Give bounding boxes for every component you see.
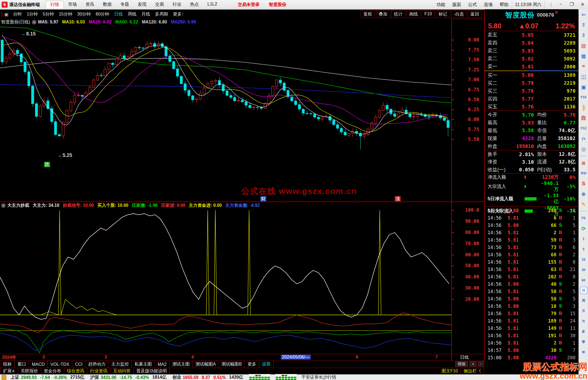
toolbar-button[interactable]: 标记 bbox=[436, 11, 450, 18]
close-button[interactable]: ✕ bbox=[577, 2, 588, 8]
period-tab[interactable]: 周线 bbox=[128, 11, 136, 17]
f12-icon[interactable]: F12 bbox=[580, 124, 587, 132]
indicator-tab[interactable]: 窗口 bbox=[15, 361, 29, 368]
order-book-row[interactable]: 卖四5.842289 bbox=[485, 39, 578, 47]
period-tab[interactable]: 1分钟 bbox=[27, 11, 38, 17]
indicator-tab[interactable]: 设置 bbox=[259, 361, 274, 368]
order-book-row[interactable]: 卖一5.812800 bbox=[485, 63, 578, 71]
period-tab[interactable]: 5分钟 bbox=[43, 11, 54, 17]
order-book-row[interactable]: 买二5.792219 bbox=[485, 79, 578, 87]
toolbar-button[interactable]: F10 bbox=[422, 11, 435, 18]
menu-item[interactable]: 资讯 bbox=[81, 1, 99, 8]
menu-item[interactable]: 市场 bbox=[64, 1, 81, 8]
minimize-button[interactable]: − bbox=[555, 2, 566, 8]
period-week[interactable]: 周 bbox=[580, 297, 587, 304]
restore-button[interactable]: ❐ bbox=[566, 2, 577, 8]
toolbar-button[interactable]: -自选 bbox=[451, 11, 467, 18]
window-layout-icon[interactable]: ▣ bbox=[2, 12, 8, 17]
toolbar-button[interactable]: 叠加 bbox=[376, 11, 390, 18]
period-tab[interactable]: 更多〉 bbox=[173, 11, 186, 17]
back-button[interactable]: 〈 bbox=[544, 2, 555, 8]
indicator-tab[interactable]: 测试幅图B bbox=[219, 361, 245, 368]
multi-page-icon[interactable]: ▣ bbox=[580, 83, 587, 91]
period-5min[interactable]: 5 bbox=[580, 245, 587, 253]
menu-item[interactable]: 选项 bbox=[480, 1, 496, 8]
template-button[interactable]: - bbox=[478, 361, 484, 367]
back-arrow-icon[interactable]: ⇦ bbox=[580, 11, 587, 18]
order-book-row[interactable]: 卖五5.853721 bbox=[485, 31, 578, 39]
edit-icon[interactable]: ✎ bbox=[580, 200, 587, 208]
menu-item[interactable]: 数据 bbox=[99, 1, 116, 8]
indicator-tab[interactable]: 测试主图 bbox=[170, 361, 193, 368]
order-book-row[interactable]: 卖二5.825092 bbox=[485, 55, 578, 63]
menu-item[interactable]: 行情 bbox=[46, 1, 64, 8]
info-tab[interactable]: 资金分布 bbox=[41, 368, 64, 374]
info-tab[interactable]: 综合资讯 bbox=[64, 368, 87, 374]
menu-item[interactable]: 行业 bbox=[168, 1, 186, 8]
toolbar-button[interactable]: 返回 bbox=[468, 11, 482, 18]
rsi-icon[interactable]: RSI bbox=[580, 169, 587, 177]
index-name[interactable]: 创业 bbox=[172, 375, 181, 380]
menu-item[interactable]: L1L2 bbox=[203, 1, 222, 8]
menu-item[interactable]: 热点 bbox=[186, 1, 203, 8]
indicator-tab[interactable]: 趋势动力 bbox=[85, 361, 109, 368]
menu-item[interactable]: 帮助 bbox=[496, 1, 512, 8]
period-year[interactable]: 年 bbox=[580, 348, 587, 356]
refresh-icon[interactable]: ⟳ bbox=[580, 225, 587, 232]
indicator-tab[interactable]: CCI bbox=[72, 361, 85, 368]
chevron-down-icon[interactable]: ∨ bbox=[32, 20, 36, 25]
info-tab[interactable]: 普及版功能说明 bbox=[134, 368, 170, 374]
order-book-row[interactable]: 买三5.78970 bbox=[485, 87, 578, 95]
down-arrow-icon[interactable]: ⇩ bbox=[580, 31, 587, 39]
period-1min[interactable]: 1 bbox=[580, 235, 587, 243]
candlestick-chart[interactable]: 公式在线 www.gszx.com.cn ←8.15←5.25跌财涨 bbox=[0, 26, 452, 202]
period-15min[interactable]: 15 bbox=[580, 256, 587, 263]
menu-item[interactable]: 发现 bbox=[133, 1, 151, 8]
move-icon[interactable]: ⊕ bbox=[580, 190, 587, 198]
period-tab[interactable]: 多周期 bbox=[155, 11, 168, 17]
f5-icon[interactable]: F5 bbox=[580, 214, 587, 222]
menu-item[interactable]: 专题 bbox=[116, 1, 133, 8]
period-multi[interactable]: 多 bbox=[580, 328, 587, 335]
index-name[interactable]: 上证 bbox=[11, 375, 19, 380]
index-name[interactable]: 沪深 bbox=[90, 375, 99, 380]
period-tab[interactable]: 30分钟 bbox=[77, 11, 91, 17]
target-icon[interactable]: ◎ bbox=[580, 145, 587, 153]
f10-icon[interactable]: F10 bbox=[580, 93, 587, 101]
period-tab[interactable]: 15分钟 bbox=[59, 11, 72, 17]
indicator-tab[interactable]: 私募主图 bbox=[132, 361, 155, 368]
order-book-row[interactable]: 卖三5.835693 bbox=[485, 47, 578, 55]
period-tab[interactable]: 60分钟 bbox=[96, 11, 109, 17]
template-button[interactable]: + bbox=[469, 361, 477, 367]
period-tab[interactable]: 月线 bbox=[141, 11, 150, 17]
indicator-tab[interactable]: MA2 bbox=[155, 361, 170, 368]
info-tab[interactable]: 互动问答 bbox=[111, 368, 134, 374]
period-day[interactable]: 日 bbox=[580, 287, 587, 294]
toolbar-button[interactable]: 画线 bbox=[406, 11, 421, 18]
formula-icon[interactable]: ƒx bbox=[580, 135, 587, 142]
period-quarter[interactable]: 季 bbox=[580, 338, 587, 346]
order-book-row[interactable]: 买一5.801389 bbox=[485, 71, 578, 79]
period-tab[interactable]: 日线 bbox=[114, 11, 123, 17]
template-button[interactable]: 模板 bbox=[455, 361, 468, 367]
toolbar-button[interactable]: 统计 bbox=[391, 11, 405, 18]
menu-item[interactable]: 公式 bbox=[464, 1, 480, 8]
trend-chart-icon[interactable]: ≈ bbox=[580, 62, 587, 70]
period-30min[interactable]: 30 bbox=[580, 266, 587, 274]
period-month[interactable]: 月 bbox=[580, 307, 587, 315]
wave-icon[interactable]: ≋ bbox=[580, 159, 587, 167]
chevron-down-icon[interactable]: ∨ bbox=[1, 203, 6, 208]
up-arrow-icon[interactable]: ⇧ bbox=[580, 21, 587, 29]
menu-item[interactable]: 交易 bbox=[151, 1, 168, 8]
indicator-tab[interactable]: 主力监控 bbox=[109, 361, 132, 368]
custom-stock-icon[interactable]: 自 bbox=[580, 114, 587, 122]
indicator-tab[interactable]: 更多 bbox=[245, 361, 259, 368]
indicator-tab[interactable]: 测试幅图A bbox=[193, 361, 219, 368]
menu-item[interactable]: 功能 bbox=[433, 1, 449, 8]
kline-icon[interactable]: ◫ bbox=[580, 73, 587, 80]
indicator-tab[interactable]: 指标 bbox=[0, 361, 15, 368]
menu-item[interactable]: 版面 bbox=[449, 1, 464, 8]
quote-list-icon[interactable]: ▦ bbox=[580, 52, 587, 60]
info-tab[interactable]: 行业资讯 bbox=[87, 368, 111, 374]
info-tab[interactable]: 侧边栏《 bbox=[461, 368, 484, 374]
